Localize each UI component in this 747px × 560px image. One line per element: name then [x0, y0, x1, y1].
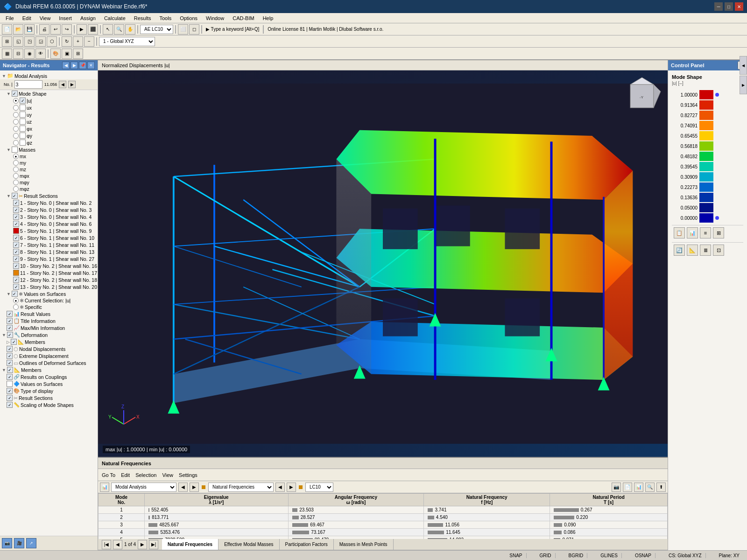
nav-left-btn[interactable]: ◀ [62, 62, 70, 69]
selection-btn[interactable]: Selection [135, 472, 156, 478]
mode-shape-checkbox[interactable] [12, 91, 18, 97]
cp-expand-btn[interactable]: ▶ [740, 76, 747, 94]
rs-6[interactable]: 6 - Story No. 1 | Shear wall No. 10 [0, 234, 98, 241]
rs-5[interactable]: 5 - Story No. 1 | Shear wall No. 9 [0, 227, 98, 234]
masses-checkbox[interactable] [12, 147, 18, 153]
scaling-item[interactable]: 📏 Scaling of Mode Shapes [0, 401, 98, 408]
specific-item[interactable]: ✱ Specific [0, 304, 98, 310]
table-scroll[interactable]: ModeNo. Eigenvalueλ [1/s²] Angular Frequ… [98, 493, 668, 539]
analysis-type-dropdown[interactable]: Modal Analysis [111, 483, 176, 492]
run-btn[interactable]: ▶ [77, 24, 87, 35]
nav-pin-btn[interactable]: 📌 [79, 62, 86, 69]
mode-uy-item[interactable]: uy [0, 111, 98, 118]
rs-9[interactable]: 9 - Story No. 1 | Shear wall No. 27 [0, 255, 98, 262]
print-btn[interactable]: 🖨 [39, 24, 49, 35]
cp-icon2[interactable]: 📊 [687, 227, 698, 238]
bp-next-btn[interactable]: ▶ [190, 483, 199, 492]
view-front-btn[interactable]: ◱ [13, 36, 23, 47]
stop-btn[interactable]: ⬛ [88, 24, 98, 35]
cube-navigator[interactable]: -Y [621, 75, 663, 118]
title-info-item[interactable]: 📋 Title Information [0, 317, 98, 324]
bp-next2-btn[interactable]: ▶ [287, 483, 296, 492]
undo-btn[interactable]: ↩ [50, 24, 61, 35]
page-first-btn[interactable]: |◀ [102, 540, 111, 549]
uy-radio[interactable] [13, 112, 19, 118]
outlines-item[interactable]: ▭ Outlines of Deformed Surfaces [0, 359, 98, 366]
u-radio[interactable] [13, 98, 19, 104]
cp-icon6[interactable]: 📐 [687, 245, 698, 256]
save-btn[interactable]: 💾 [24, 24, 35, 35]
menu-window[interactable]: Window [202, 14, 228, 22]
view-side-btn[interactable]: ◳ [24, 36, 35, 47]
phiy-radio[interactable] [13, 133, 19, 139]
menu-cadbim[interactable]: CAD-BIM [229, 14, 258, 22]
deformation-parent[interactable]: ▼ 🔧 Deformation [0, 331, 98, 338]
menu-insert[interactable]: Insert [55, 14, 76, 22]
rs-10[interactable]: 10 - Story No. 2 | Shear wall No. 16 [0, 262, 98, 269]
glines-status[interactable]: GLINES [597, 553, 622, 558]
rs-1[interactable]: 1 - Story No. 0 | Shear wall No. 2 [0, 199, 98, 206]
freq-input[interactable] [14, 80, 42, 89]
ti-checkbox[interactable] [7, 318, 13, 324]
mphiy-item[interactable]: mφy [0, 179, 98, 186]
mphiz-radio[interactable] [13, 186, 19, 192]
ol-cb[interactable] [7, 360, 13, 366]
cp-icon1[interactable]: 📋 [674, 227, 685, 238]
mz-item[interactable]: mz [0, 166, 98, 173]
cp-icon3[interactable]: ≡ [700, 227, 711, 238]
pan-btn[interactable]: ✋ [125, 24, 135, 35]
bp-prev-btn[interactable]: ◀ [178, 483, 188, 492]
bp-tool4[interactable]: 🔍 [645, 483, 655, 492]
wireframe-btn[interactable]: ◻ [189, 24, 199, 35]
page-last-btn[interactable]: ▶| [149, 540, 158, 549]
type-display-item[interactable]: 🎨 Type of display [0, 387, 98, 394]
view-top-btn[interactable]: ◲ [35, 36, 46, 47]
maximize-button[interactable]: □ [725, 2, 733, 11]
current-sel-item[interactable]: ✱ Current Selection: |u| [0, 297, 98, 304]
extreme-disp-item[interactable]: ⬡ Extreme Displacement [0, 352, 98, 359]
def-members[interactable]: ▷ 📐 Members [0, 338, 98, 345]
surface-btn[interactable]: ▣ [62, 49, 72, 59]
rv-checkbox[interactable] [7, 311, 13, 317]
rs4-cb[interactable] [13, 221, 19, 227]
mm-checkbox[interactable] [7, 325, 13, 331]
zoom-out-btn[interactable]: − [84, 36, 94, 47]
modal-analysis-item[interactable]: ▼ 📁 Modal Analysis [0, 72, 98, 79]
filter-btn[interactable]: ⊟ [13, 49, 23, 59]
bp-tool1[interactable]: 📷 [612, 483, 621, 492]
rs-11[interactable]: 11 - Story No. 2 | Shear wall No. 17 [0, 269, 98, 276]
nav-arrow-btn[interactable]: ↗ [26, 538, 36, 548]
layer-btn[interactable]: ▦ [2, 49, 12, 59]
current-sel-radio[interactable] [13, 298, 19, 303]
render-btn[interactable]: ⬜ [178, 24, 188, 35]
values-surfaces-bottom[interactable]: 🔷 Values on Surfaces [0, 380, 98, 387]
grid-status[interactable]: GRID [536, 553, 556, 558]
uz-checkbox[interactable] [20, 119, 26, 125]
select-btn[interactable]: ↖ [103, 24, 113, 35]
mode-uz-item[interactable]: uz [0, 118, 98, 125]
rs-2[interactable]: 2 - Story No. 0 | Shear wall No. 3 [0, 206, 98, 213]
mode-phix-item[interactable]: φx [0, 125, 98, 132]
menu-tools[interactable]: Tools [155, 14, 175, 22]
open-btn[interactable]: 📂 [13, 24, 23, 35]
masses-parent[interactable]: ▼ Masses [0, 146, 98, 153]
nav-right-btn[interactable]: ▶ [70, 62, 78, 69]
mb-checkbox[interactable] [7, 367, 13, 373]
page-prev-btn[interactable]: ◀ [113, 540, 122, 549]
phiz-checkbox[interactable] [20, 140, 26, 146]
my-radio[interactable] [13, 160, 19, 166]
mode-phiy-item[interactable]: φy [0, 132, 98, 139]
def-mem-cb[interactable] [11, 339, 17, 345]
snap-status[interactable]: SNAP [506, 553, 526, 558]
menu-assign[interactable]: Assign [77, 14, 99, 22]
cp-collapse-btn[interactable]: ◀ [740, 56, 747, 75]
menu-view[interactable]: View [36, 14, 55, 22]
vs-checkbox[interactable] [12, 291, 18, 297]
bp-icon-btn[interactable]: 📊 [100, 483, 109, 492]
display-btn[interactable]: ◉ [24, 49, 35, 59]
rs1-cb[interactable] [13, 200, 19, 206]
rs2-cb[interactable] [13, 207, 19, 213]
rs7-cb[interactable] [13, 242, 19, 248]
page-next-btn[interactable]: ▶ [138, 540, 147, 549]
menu-help[interactable]: Help [259, 14, 277, 22]
